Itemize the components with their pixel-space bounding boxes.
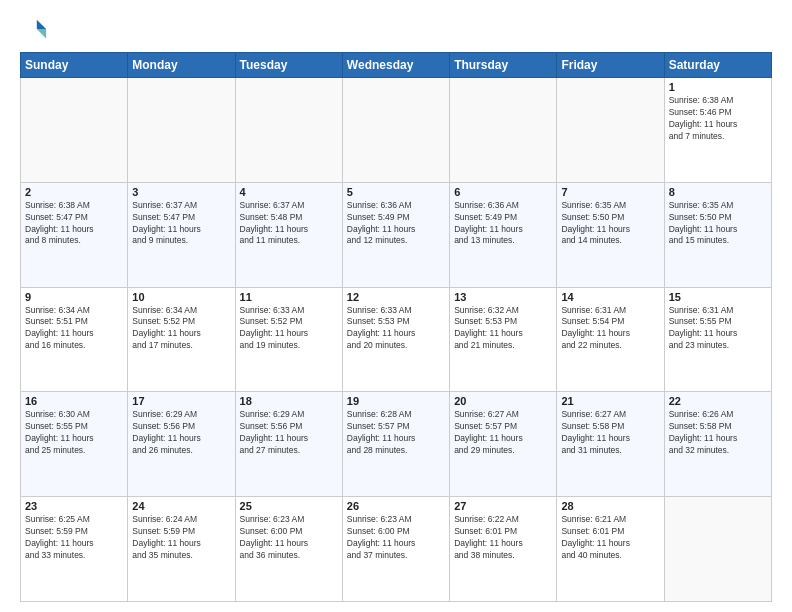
day-number: 5 xyxy=(347,186,445,198)
day-cell: 26Sunrise: 6:23 AM Sunset: 6:00 PM Dayli… xyxy=(342,497,449,602)
day-number: 18 xyxy=(240,395,338,407)
day-info: Sunrise: 6:24 AM Sunset: 5:59 PM Dayligh… xyxy=(132,514,230,562)
day-cell: 12Sunrise: 6:33 AM Sunset: 5:53 PM Dayli… xyxy=(342,287,449,392)
day-number: 17 xyxy=(132,395,230,407)
day-number: 7 xyxy=(561,186,659,198)
day-cell xyxy=(128,78,235,183)
day-cell: 22Sunrise: 6:26 AM Sunset: 5:58 PM Dayli… xyxy=(664,392,771,497)
weekday-header-wednesday: Wednesday xyxy=(342,53,449,78)
day-number: 8 xyxy=(669,186,767,198)
header xyxy=(20,16,772,44)
week-row-3: 9Sunrise: 6:34 AM Sunset: 5:51 PM Daylig… xyxy=(21,287,772,392)
day-info: Sunrise: 6:25 AM Sunset: 5:59 PM Dayligh… xyxy=(25,514,123,562)
day-cell xyxy=(342,78,449,183)
day-info: Sunrise: 6:37 AM Sunset: 5:48 PM Dayligh… xyxy=(240,200,338,248)
day-number: 12 xyxy=(347,291,445,303)
day-cell: 1Sunrise: 6:38 AM Sunset: 5:46 PM Daylig… xyxy=(664,78,771,183)
day-info: Sunrise: 6:29 AM Sunset: 5:56 PM Dayligh… xyxy=(132,409,230,457)
day-info: Sunrise: 6:23 AM Sunset: 6:00 PM Dayligh… xyxy=(347,514,445,562)
day-cell xyxy=(664,497,771,602)
day-cell: 8Sunrise: 6:35 AM Sunset: 5:50 PM Daylig… xyxy=(664,182,771,287)
day-info: Sunrise: 6:28 AM Sunset: 5:57 PM Dayligh… xyxy=(347,409,445,457)
day-number: 25 xyxy=(240,500,338,512)
day-number: 2 xyxy=(25,186,123,198)
day-info: Sunrise: 6:36 AM Sunset: 5:49 PM Dayligh… xyxy=(347,200,445,248)
day-cell xyxy=(557,78,664,183)
day-cell: 4Sunrise: 6:37 AM Sunset: 5:48 PM Daylig… xyxy=(235,182,342,287)
day-cell: 20Sunrise: 6:27 AM Sunset: 5:57 PM Dayli… xyxy=(450,392,557,497)
day-number: 15 xyxy=(669,291,767,303)
week-row-1: 1Sunrise: 6:38 AM Sunset: 5:46 PM Daylig… xyxy=(21,78,772,183)
weekday-header-sunday: Sunday xyxy=(21,53,128,78)
day-number: 11 xyxy=(240,291,338,303)
day-info: Sunrise: 6:37 AM Sunset: 5:47 PM Dayligh… xyxy=(132,200,230,248)
day-info: Sunrise: 6:29 AM Sunset: 5:56 PM Dayligh… xyxy=(240,409,338,457)
day-cell: 6Sunrise: 6:36 AM Sunset: 5:49 PM Daylig… xyxy=(450,182,557,287)
day-cell xyxy=(450,78,557,183)
day-cell: 16Sunrise: 6:30 AM Sunset: 5:55 PM Dayli… xyxy=(21,392,128,497)
day-info: Sunrise: 6:22 AM Sunset: 6:01 PM Dayligh… xyxy=(454,514,552,562)
calendar-table: SundayMondayTuesdayWednesdayThursdayFrid… xyxy=(20,52,772,602)
day-info: Sunrise: 6:34 AM Sunset: 5:52 PM Dayligh… xyxy=(132,305,230,353)
day-number: 10 xyxy=(132,291,230,303)
day-number: 24 xyxy=(132,500,230,512)
day-number: 4 xyxy=(240,186,338,198)
logo xyxy=(20,16,52,44)
day-number: 20 xyxy=(454,395,552,407)
day-info: Sunrise: 6:21 AM Sunset: 6:01 PM Dayligh… xyxy=(561,514,659,562)
day-number: 26 xyxy=(347,500,445,512)
day-info: Sunrise: 6:27 AM Sunset: 5:57 PM Dayligh… xyxy=(454,409,552,457)
day-info: Sunrise: 6:26 AM Sunset: 5:58 PM Dayligh… xyxy=(669,409,767,457)
day-info: Sunrise: 6:30 AM Sunset: 5:55 PM Dayligh… xyxy=(25,409,123,457)
week-row-4: 16Sunrise: 6:30 AM Sunset: 5:55 PM Dayli… xyxy=(21,392,772,497)
day-cell: 7Sunrise: 6:35 AM Sunset: 5:50 PM Daylig… xyxy=(557,182,664,287)
logo-icon xyxy=(20,16,48,44)
weekday-header-row: SundayMondayTuesdayWednesdayThursdayFrid… xyxy=(21,53,772,78)
week-row-5: 23Sunrise: 6:25 AM Sunset: 5:59 PM Dayli… xyxy=(21,497,772,602)
day-info: Sunrise: 6:27 AM Sunset: 5:58 PM Dayligh… xyxy=(561,409,659,457)
day-number: 1 xyxy=(669,81,767,93)
day-number: 3 xyxy=(132,186,230,198)
day-cell: 3Sunrise: 6:37 AM Sunset: 5:47 PM Daylig… xyxy=(128,182,235,287)
svg-marker-0 xyxy=(37,20,46,29)
day-number: 28 xyxy=(561,500,659,512)
day-cell: 17Sunrise: 6:29 AM Sunset: 5:56 PM Dayli… xyxy=(128,392,235,497)
day-number: 16 xyxy=(25,395,123,407)
day-number: 13 xyxy=(454,291,552,303)
day-info: Sunrise: 6:32 AM Sunset: 5:53 PM Dayligh… xyxy=(454,305,552,353)
day-number: 22 xyxy=(669,395,767,407)
day-number: 14 xyxy=(561,291,659,303)
day-cell xyxy=(235,78,342,183)
day-info: Sunrise: 6:38 AM Sunset: 5:46 PM Dayligh… xyxy=(669,95,767,143)
day-cell: 19Sunrise: 6:28 AM Sunset: 5:57 PM Dayli… xyxy=(342,392,449,497)
day-number: 9 xyxy=(25,291,123,303)
weekday-header-monday: Monday xyxy=(128,53,235,78)
day-info: Sunrise: 6:23 AM Sunset: 6:00 PM Dayligh… xyxy=(240,514,338,562)
day-info: Sunrise: 6:33 AM Sunset: 5:52 PM Dayligh… xyxy=(240,305,338,353)
day-cell: 14Sunrise: 6:31 AM Sunset: 5:54 PM Dayli… xyxy=(557,287,664,392)
weekday-header-saturday: Saturday xyxy=(664,53,771,78)
day-info: Sunrise: 6:35 AM Sunset: 5:50 PM Dayligh… xyxy=(561,200,659,248)
day-cell: 13Sunrise: 6:32 AM Sunset: 5:53 PM Dayli… xyxy=(450,287,557,392)
day-cell: 18Sunrise: 6:29 AM Sunset: 5:56 PM Dayli… xyxy=(235,392,342,497)
day-cell: 11Sunrise: 6:33 AM Sunset: 5:52 PM Dayli… xyxy=(235,287,342,392)
day-number: 21 xyxy=(561,395,659,407)
day-info: Sunrise: 6:35 AM Sunset: 5:50 PM Dayligh… xyxy=(669,200,767,248)
day-info: Sunrise: 6:31 AM Sunset: 5:54 PM Dayligh… xyxy=(561,305,659,353)
day-info: Sunrise: 6:38 AM Sunset: 5:47 PM Dayligh… xyxy=(25,200,123,248)
weekday-header-friday: Friday xyxy=(557,53,664,78)
day-cell: 23Sunrise: 6:25 AM Sunset: 5:59 PM Dayli… xyxy=(21,497,128,602)
day-number: 27 xyxy=(454,500,552,512)
day-cell: 21Sunrise: 6:27 AM Sunset: 5:58 PM Dayli… xyxy=(557,392,664,497)
day-info: Sunrise: 6:33 AM Sunset: 5:53 PM Dayligh… xyxy=(347,305,445,353)
day-cell: 5Sunrise: 6:36 AM Sunset: 5:49 PM Daylig… xyxy=(342,182,449,287)
weekday-header-tuesday: Tuesday xyxy=(235,53,342,78)
day-cell: 28Sunrise: 6:21 AM Sunset: 6:01 PM Dayli… xyxy=(557,497,664,602)
day-cell: 9Sunrise: 6:34 AM Sunset: 5:51 PM Daylig… xyxy=(21,287,128,392)
week-row-2: 2Sunrise: 6:38 AM Sunset: 5:47 PM Daylig… xyxy=(21,182,772,287)
weekday-header-thursday: Thursday xyxy=(450,53,557,78)
day-info: Sunrise: 6:34 AM Sunset: 5:51 PM Dayligh… xyxy=(25,305,123,353)
day-cell xyxy=(21,78,128,183)
svg-marker-1 xyxy=(37,29,46,38)
day-cell: 24Sunrise: 6:24 AM Sunset: 5:59 PM Dayli… xyxy=(128,497,235,602)
